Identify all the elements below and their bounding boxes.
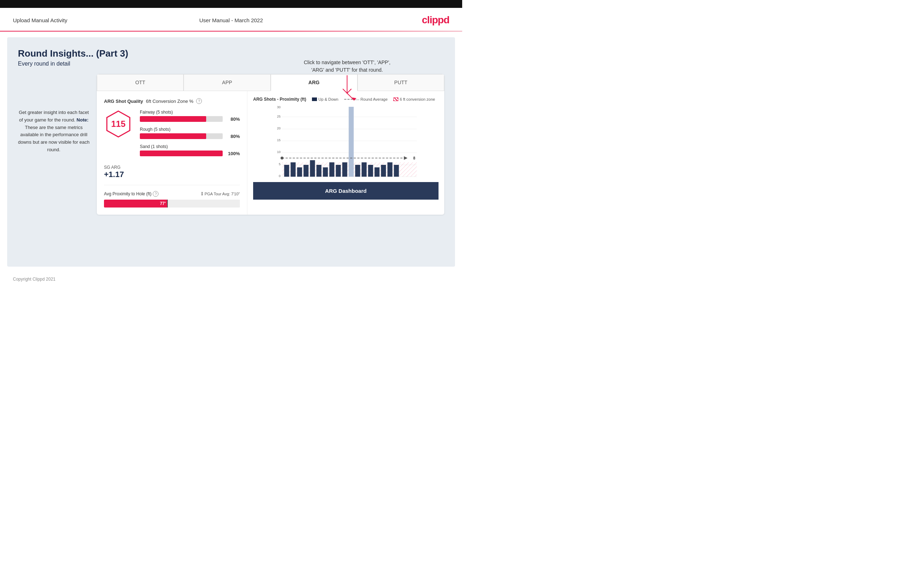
annotation-arrow [336,75,358,104]
y-label-0: 0 [279,174,280,178]
bar-15 [375,168,380,177]
tab-ott[interactable]: OTT [97,74,184,91]
y-label-10: 10 [277,150,280,154]
bar-6 [317,165,321,177]
bar-track-rough [140,133,223,139]
hexagon-score: 115 [104,110,132,139]
chart-title: ARG Shots - Proximity (ft) [253,97,306,102]
bar-label-sand: Sand (1 shots) [140,144,240,149]
bar-13 [362,162,367,177]
bar-pct-sand: 100% [226,151,240,156]
bar-5 [310,160,315,177]
round-avg-value: 8 [414,156,415,160]
sg-section: SG ARG +1.17 [104,165,240,179]
proximity-bar-track: 77' [104,200,240,208]
chart-svg: 0 5 10 15 20 25 30 [253,106,438,178]
pga-avg-label: ⁑ PGA Tour Avg: 7'10" [201,192,240,197]
bar-14 [368,165,373,177]
bar-18 [394,165,399,177]
nav-annotation: Click to navigate between 'OTT', 'APP','… [304,59,391,104]
main-content: Round Insights... (Part 3) Every round i… [7,37,455,267]
y-label-15: 15 [277,139,280,142]
proximity-title: Avg Proximity to Hole (ft) ? [104,191,158,197]
proximity-cursor [167,200,168,208]
bar-8 [330,162,334,177]
bar-label-fairway: Fairway (5 shots) [140,110,240,115]
bar-17 [388,162,393,177]
round-avg-dot [281,156,284,160]
help-icon[interactable]: ? [196,98,202,104]
bar-track-fairway [140,116,223,122]
bar-label-rough: Rough (5 shots) [140,127,240,132]
legend-6ft-label: 6 ft conversion zone [400,97,435,102]
round-avg-marker [404,156,408,160]
bar-track-sand [140,150,223,156]
bar-2 [291,162,296,177]
bar-fill-rough [140,133,206,139]
bar-pct-rough: 80% [226,134,240,139]
proximity-bar-fill: 77' [104,200,168,208]
bar-12 [355,165,360,177]
footer: Copyright Clippd 2021 [0,272,462,286]
bar-4 [304,165,309,177]
annotation-text: Click to navigate between 'OTT', 'APP','… [304,60,391,73]
arg-dashboard-button[interactable]: ARG Dashboard [253,182,438,200]
section-title: ARG Shot Quality [104,98,143,104]
bar-row-fairway: Fairway (5 shots) 80% [140,110,240,122]
tab-app[interactable]: APP [184,74,270,91]
y-label-30: 30 [277,106,280,109]
bar-fill-fairway [140,116,206,122]
bar-container-rough: 80% [140,133,240,139]
bar-3 [297,168,302,177]
hex-score-container: 115 Fairway (5 shots) 80% [104,110,240,161]
chart-area: 0 5 10 15 20 25 30 [253,106,438,178]
header: Upload Manual Activity User Manual - Mar… [0,8,462,31]
proximity-label: Avg Proximity to Hole (ft) [104,191,151,197]
section-subtitle: 6ft Conversion Zone % [146,98,193,104]
tabs-container: OTT APP ARG PUTT [97,74,444,91]
y-label-25: 25 [277,115,280,118]
legend-6ft: 6 ft conversion zone [393,97,435,102]
copyright-text: Copyright Clippd 2021 [13,277,56,282]
y-label-5: 5 [279,162,280,166]
shot-quality-bars: Fairway (5 shots) 80% Rough (5 shots) [140,110,240,161]
svg-line-0 [347,93,354,100]
bar-container-fairway: 80% [140,116,240,122]
bar-container-sand: 100% [140,150,240,156]
bar-row-rough: Rough (5 shots) 80% [140,127,240,139]
upload-manual-label: Upload Manual Activity [13,17,68,23]
bar-pct-fairway: 80% [226,116,240,122]
dashboard-card: OTT APP ARG PUTT ARG Shot Quality 6ft Co… [97,74,444,215]
header-divider [0,31,462,32]
top-bar [0,0,462,8]
left-panel: ARG Shot Quality 6ft Conversion Zone % ?… [97,91,247,215]
bar-16 [381,165,386,177]
proximity-value: 77' [160,201,166,206]
legend-hatched-box [393,97,398,101]
bar-1 [284,165,289,177]
y-label-20: 20 [277,127,280,130]
left-description: Get greater insight into each facet of y… [18,109,90,154]
card-body: ARG Shot Quality 6ft Conversion Zone % ?… [97,91,444,215]
bar-10 [342,162,347,177]
sg-label: SG ARG [104,165,240,170]
bar-row-sand: Sand (1 shots) 100% [140,144,240,156]
section-header: ARG Shot Quality 6ft Conversion Zone % ? [104,98,240,104]
sg-value: +1.17 [104,170,240,179]
hex-number: 115 [111,119,126,129]
proximity-help-icon[interactable]: ? [153,191,158,197]
bar-fill-sand [140,150,223,156]
panel-divider [104,185,240,185]
bar-9 [336,165,341,177]
bar-11-tall [349,107,354,177]
proximity-header: Avg Proximity to Hole (ft) ? ⁑ PGA Tour … [104,191,240,197]
right-panel: ARG Shots - Proximity (ft) Up & Down ---… [247,91,444,215]
user-manual-label: User Manual - March 2022 [199,17,263,23]
bar-7 [323,168,328,177]
logo: clippd [422,15,449,26]
page-title: Round Insights... (Part 3) [18,48,444,59]
